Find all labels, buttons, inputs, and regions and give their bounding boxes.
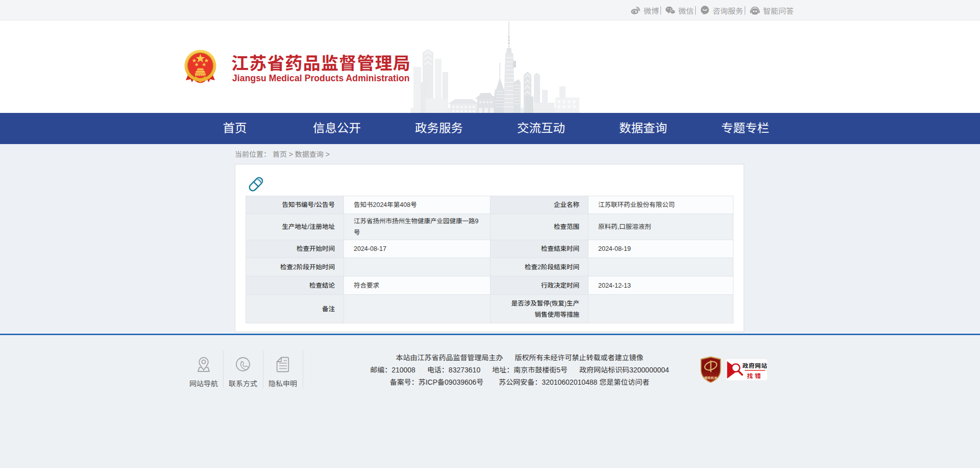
svg-text:找错: 找错: [747, 373, 763, 379]
svg-text:政府网站: 政府网站: [742, 363, 767, 369]
svg-text:党政机关: 党政机关: [704, 376, 718, 380]
